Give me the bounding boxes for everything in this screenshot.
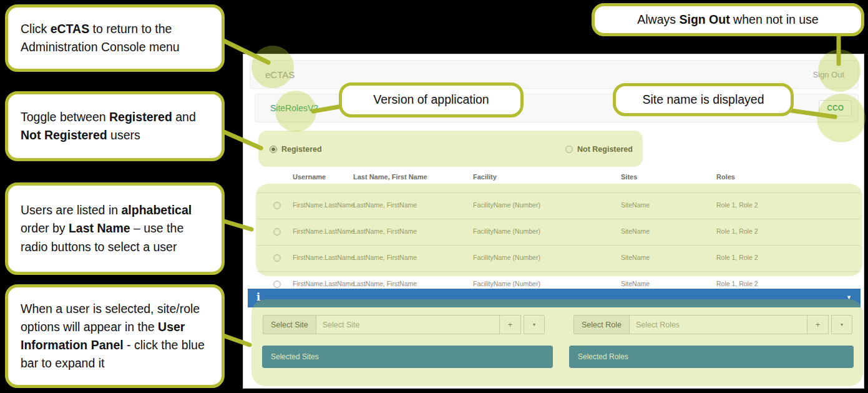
callout-toggle-text: Toggle between Registered and Not Regist… [21,108,209,145]
callout-users: Users are listed in alphabetical order b… [5,182,225,275]
callout-ectas: Click eCTAS to return to the Administrat… [5,4,225,72]
callout-version: Version of application [339,82,524,117]
callout-version-text: Version of application [373,91,489,109]
selected-roles-bar: Selected Roles [569,346,854,368]
callout-sitename: Site name is displayed [613,83,794,116]
table-row: FirstName.LastName LastName, FirstName F… [257,219,860,245]
table-row: FirstName.LastName LastName, FirstName F… [257,192,860,219]
callout-users-text: Users are listed in alphabetical order b… [21,201,209,256]
callout-ectas-text: Click eCTAS to return to the Administrat… [21,20,209,57]
registered-radio-option[interactable]: Registered [270,143,322,154]
callout-signout-text: Always Sign Out when not in use [637,11,818,29]
callout-panel-text: When a user is selected, site/role optio… [21,300,209,373]
select-role-group: Select Role + ▾ [573,315,852,334]
add-role-button[interactable]: + [807,315,829,334]
sign-out-button[interactable]: Sign Out [812,70,858,79]
app-version-label: SiteRolesV2 [255,103,318,113]
callout-sitename-text: Site name is displayed [642,91,764,109]
col-roles: Roles [716,173,735,181]
selected-sites-bar: Selected Sites [262,346,553,368]
col-sites: Sites [621,173,637,181]
site-dropdown-caret[interactable]: ▾ [524,315,545,334]
row-select-radio[interactable] [273,281,281,288]
row-select-radio[interactable] [273,254,281,262]
select-role-label: Select Role [573,315,629,334]
registered-radio[interactable] [270,146,277,153]
add-site-button[interactable]: + [500,315,521,334]
callout-panel: When a user is selected, site/role optio… [5,284,225,388]
user-information-panel-bar[interactable]: i ▼ [248,289,861,307]
select-role-input[interactable] [629,315,807,334]
row-select-radio[interactable] [273,228,281,236]
row-select-radio[interactable] [273,202,281,209]
registration-filter: Registered Not Registered [259,143,646,157]
col-facility: Facility [473,173,497,181]
not-registered-label: Not Registered [577,145,633,154]
table-body: FirstName.LastName LastName, FirstName F… [257,192,860,297]
role-dropdown-caret[interactable]: ▾ [831,315,852,334]
not-registered-radio[interactable] [565,146,573,153]
callout-signout: Always Sign Out when not in use [592,3,864,36]
ectas-home-link[interactable]: eCTAS [250,69,295,80]
table-row: FirstName.LastName LastName, FirstName F… [257,245,860,271]
info-icon: i [256,291,260,303]
callout-toggle: Toggle between Registered and Not Regist… [5,91,225,161]
collapse-caret-icon[interactable]: ▼ [846,294,852,301]
not-registered-radio-option[interactable]: Not Registered [565,143,633,154]
col-lastname-firstname: Last Name, First Name [353,173,427,181]
users-table: Username Last Name, First Name Facility … [257,171,860,192]
col-username: Username [293,173,326,181]
select-site-group: Select Site + ▾ [263,315,545,334]
site-name-badge: CCO [819,100,852,116]
select-site-label: Select Site [263,315,316,334]
select-site-input[interactable] [316,315,500,334]
registered-label: Registered [281,145,322,154]
users-table-header: Username Last Name, First Name Facility … [257,171,860,192]
